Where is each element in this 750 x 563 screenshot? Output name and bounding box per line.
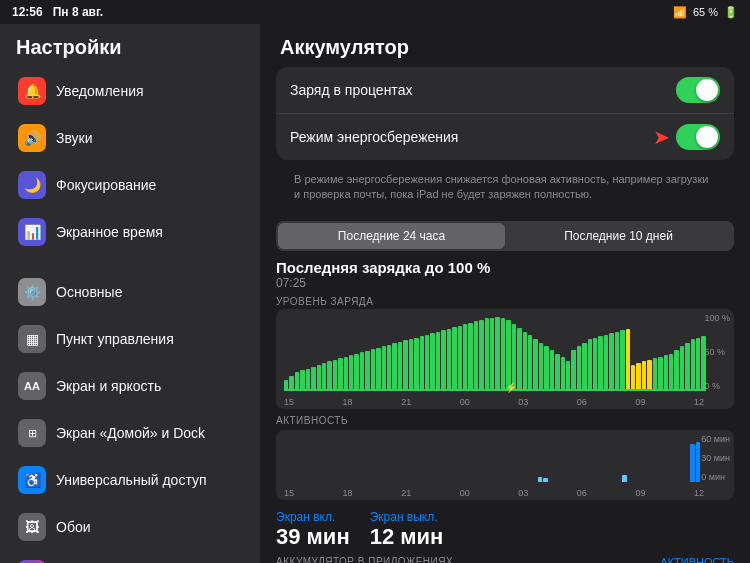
battery-bar xyxy=(544,346,548,390)
status-icons: 📶 65 % 🔋 xyxy=(673,6,738,19)
sidebar-item-label: Фокусирование xyxy=(56,177,156,193)
battery-bar xyxy=(441,330,445,391)
battery-bar xyxy=(436,332,440,391)
battery-bar xyxy=(490,318,494,391)
accessibility-icon: ♿ xyxy=(18,466,46,494)
sidebar-item-notifications[interactable]: 🔔 Уведомления xyxy=(6,68,254,114)
control-center-icon: ▦ xyxy=(18,325,46,353)
battery-bar xyxy=(598,336,602,391)
charge-line xyxy=(284,389,706,391)
battery-bar xyxy=(674,350,678,391)
battery-bar xyxy=(550,350,554,391)
battery-bar xyxy=(615,332,619,391)
battery-bar xyxy=(354,354,358,391)
sidebar: Настройки 🔔 Уведомления 🔊 Звуки 🌙 Фокуси… xyxy=(0,24,260,563)
sidebar-item-sounds[interactable]: 🔊 Звуки xyxy=(6,115,254,161)
battery-bar xyxy=(561,357,565,390)
screen-off-value: 12 мин xyxy=(370,524,444,550)
apps-label: АККУМУЛЯТОР В ПРИЛОЖЕНИЯХ xyxy=(276,556,453,563)
battery-bar xyxy=(403,340,407,390)
charge-percent-label: Заряд в процентах xyxy=(290,82,412,98)
tab-10d[interactable]: Последние 10 дней xyxy=(505,223,732,249)
battery-bar xyxy=(387,345,391,391)
battery-bar xyxy=(626,329,630,391)
battery-bar xyxy=(485,318,489,391)
battery-bar xyxy=(327,361,331,391)
energy-saving-toggle[interactable] xyxy=(676,124,720,150)
sidebar-item-control-center[interactable]: ▦ Пункт управления xyxy=(6,316,254,362)
battery-bar xyxy=(631,365,635,391)
activity-bar xyxy=(622,475,627,482)
battery-bar xyxy=(365,351,369,391)
screen-off-label: Экран выкл. xyxy=(370,510,444,524)
battery-bar xyxy=(447,329,451,391)
battery-bar xyxy=(306,369,310,391)
battery-bar xyxy=(398,342,402,391)
battery-bar xyxy=(636,363,640,391)
sounds-icon: 🔊 xyxy=(18,124,46,152)
energy-saving-description: В режиме энергосбережения снижается фоно… xyxy=(280,166,730,213)
sidebar-item-label: Пункт управления xyxy=(56,331,174,347)
charge-bolt-icon: ⚡ xyxy=(505,382,517,393)
activity-bars xyxy=(284,438,706,482)
sidebar-item-label: Обои xyxy=(56,519,91,535)
battery-bar xyxy=(588,339,592,391)
sidebar-item-label: Основные xyxy=(56,284,122,300)
toggle-knob xyxy=(696,79,718,101)
sidebar-item-display[interactable]: AA Экран и яркость xyxy=(6,363,254,409)
sidebar-item-label: Уведомления xyxy=(56,83,144,99)
apps-activity-link[interactable]: АКТИВНОСТЬ xyxy=(660,556,734,563)
sidebar-item-accessibility[interactable]: ♿ Универсальный доступ xyxy=(6,457,254,503)
sidebar-item-home-screen[interactable]: ⊞ Экран «Домой» и Dock xyxy=(6,410,254,456)
sidebar-item-screen-time[interactable]: 📊 Экранное время xyxy=(6,209,254,255)
battery-bar xyxy=(382,346,386,390)
battery-bar xyxy=(566,361,570,391)
battery-bar xyxy=(376,348,380,391)
sidebar-group-2: ⚙️ Основные ▦ Пункт управления AA Экран … xyxy=(0,268,260,563)
charge-percent-row: Заряд в процентах xyxy=(276,67,734,114)
screen-on-stat: Экран вкл. 39 мин xyxy=(276,510,350,550)
sidebar-item-siri[interactable]: ◉ Siri и Поиск xyxy=(6,551,254,563)
chart-title-row: Последняя зарядка до 100 % 07:25 xyxy=(276,259,734,290)
battery-bar xyxy=(517,328,521,391)
battery-bar xyxy=(420,336,424,391)
status-bar: 12:56 Пн 8 авг. 📶 65 % 🔋 xyxy=(0,0,750,24)
bottom-apps-row: АККУМУЛЯТОР В ПРИЛОЖЕНИЯХ АКТИВНОСТЬ xyxy=(276,556,734,563)
bottom-stats: Экран вкл. 39 мин Экран выкл. 12 мин xyxy=(276,510,734,550)
content-area: Аккумулятор Заряд в процентах Режим энер… xyxy=(260,24,750,563)
activity-label: АКТИВНОСТЬ xyxy=(276,415,734,426)
sidebar-item-label: Экран «Домой» и Dock xyxy=(56,425,205,441)
battery-bar xyxy=(582,343,586,391)
battery-icon: 🔋 xyxy=(724,6,738,19)
sidebar-item-label: Универсальный доступ xyxy=(56,472,207,488)
sidebar-item-general[interactable]: ⚙️ Основные xyxy=(6,269,254,315)
battery-bar xyxy=(647,360,651,391)
chart-main-label: Последняя зарядка до 100 % xyxy=(276,259,734,276)
screen-on-label: Экран вкл. xyxy=(276,510,350,524)
battery-bar xyxy=(344,357,348,391)
activity-bar xyxy=(543,478,548,482)
charge-percent-toggle[interactable] xyxy=(676,77,720,103)
battery-bar xyxy=(533,339,537,391)
battery-bar xyxy=(452,327,456,391)
battery-bar xyxy=(701,336,705,391)
battery-bar xyxy=(333,360,337,391)
battery-bar xyxy=(430,333,434,391)
activity-bar xyxy=(690,444,695,481)
settings-card-main: Заряд в процентах Режим энергосбережения… xyxy=(276,67,734,160)
tab-24h[interactable]: Последние 24 часа xyxy=(278,223,505,249)
battery-bar xyxy=(555,354,559,391)
screen-off-stat: Экран выкл. 12 мин xyxy=(370,510,444,550)
battery-bar xyxy=(458,326,462,391)
display-icon: AA xyxy=(18,372,46,400)
general-icon: ⚙️ xyxy=(18,278,46,306)
sidebar-title: Настройки xyxy=(0,24,260,67)
screen-time-icon: 📊 xyxy=(18,218,46,246)
battery-percent: 65 % xyxy=(693,6,718,18)
battery-bar xyxy=(642,361,646,391)
battery-bar xyxy=(349,355,353,391)
sidebar-item-wallpaper[interactable]: 🖼 Обои xyxy=(6,504,254,550)
sidebar-item-focus[interactable]: 🌙 Фокусирование xyxy=(6,162,254,208)
battery-bar xyxy=(501,318,505,391)
chart-y-labels: 100 % 50 % 0 % xyxy=(704,313,730,391)
